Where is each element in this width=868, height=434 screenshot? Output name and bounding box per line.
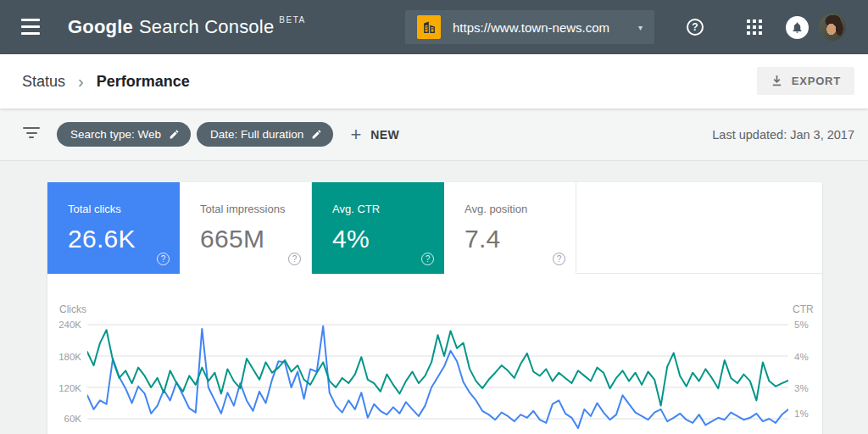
app-header: Google Search Console BETA https://www.t… bbox=[0, 0, 868, 54]
chip-label: Search type: Web bbox=[70, 128, 161, 141]
metric-help-icon[interactable]: ? bbox=[288, 253, 301, 265]
metric-label: Total clicks bbox=[68, 203, 180, 215]
plus-icon: + bbox=[350, 126, 361, 143]
metric-label: Total impressions bbox=[200, 203, 311, 215]
tile-avg-ctr[interactable]: Avg. CTR 4% ? bbox=[312, 182, 444, 274]
metric-value: 26.6K bbox=[68, 225, 180, 253]
metric-help-icon[interactable]: ? bbox=[157, 253, 170, 265]
dropdown-caret-icon: ▾ bbox=[638, 23, 643, 32]
metric-label: Avg. position bbox=[465, 203, 576, 215]
last-updated-text: Last updated: Jan 3, 2017 bbox=[712, 128, 854, 142]
chevron-right-icon: › bbox=[78, 72, 84, 92]
left-axis-tick: 60K bbox=[47, 414, 81, 424]
metric-tiles-row: Total clicks 26.6K ? Total impressions 6… bbox=[47, 182, 822, 274]
metric-label: Avg. CTR bbox=[332, 203, 444, 215]
property-selector[interactable]: https://www.town-news.com ▾ bbox=[405, 10, 654, 44]
metric-help-icon[interactable]: ? bbox=[421, 253, 434, 265]
right-axis-tick: 4% bbox=[794, 352, 821, 362]
bell-icon bbox=[786, 16, 809, 39]
metric-value: 4% bbox=[332, 225, 444, 253]
metric-help-icon[interactable]: ? bbox=[553, 253, 565, 265]
left-axis-title: Clicks bbox=[59, 303, 86, 315]
notifications-button[interactable] bbox=[785, 0, 809, 54]
export-label: EXPORT bbox=[792, 75, 841, 87]
right-axis-title: CTR bbox=[793, 303, 814, 315]
pencil-icon bbox=[311, 129, 322, 140]
tile-total-clicks[interactable]: Total clicks 26.6K ? bbox=[47, 182, 180, 274]
logo-google: Google bbox=[68, 16, 133, 38]
apps-grid-button[interactable] bbox=[744, 0, 765, 54]
breadcrumb-bar: Status › Performance EXPORT bbox=[0, 54, 868, 108]
menu-icon[interactable] bbox=[21, 19, 40, 35]
new-filter-button[interactable]: + NEW bbox=[350, 126, 399, 143]
apps-grid-icon bbox=[747, 19, 762, 35]
right-axis-tick: 1% bbox=[794, 409, 821, 419]
filter-chip-search-type[interactable]: Search type: Web bbox=[57, 122, 191, 147]
help-button[interactable]: ? bbox=[683, 0, 707, 54]
chip-label: Date: Full duration bbox=[210, 128, 303, 141]
metric-value: 665M bbox=[200, 225, 311, 253]
left-axis-tick: 120K bbox=[47, 383, 81, 393]
beta-badge: BETA bbox=[279, 15, 305, 25]
filter-list-icon[interactable] bbox=[23, 127, 40, 142]
property-site-icon bbox=[417, 15, 441, 39]
left-axis-tick: 180K bbox=[47, 352, 81, 362]
right-axis-tick: 3% bbox=[794, 383, 821, 393]
logo-product: Search Console bbox=[139, 16, 274, 38]
app-logo: Google Search Console BETA bbox=[68, 0, 306, 54]
property-url: https://www.town-news.com bbox=[453, 20, 609, 35]
left-axis-tick: 240K bbox=[47, 320, 81, 330]
export-button[interactable]: EXPORT bbox=[757, 67, 854, 95]
tile-total-impressions[interactable]: Total impressions 665M ? bbox=[180, 182, 312, 274]
line-series-total-clicks bbox=[87, 326, 788, 428]
new-label: NEW bbox=[370, 128, 399, 142]
clicks-ctr-line-chart bbox=[87, 320, 788, 434]
performance-card: Total clicks 26.6K ? Total impressions 6… bbox=[47, 182, 822, 434]
tile-avg-position[interactable]: Avg. position 7.4 ? bbox=[444, 182, 576, 274]
help-icon: ? bbox=[687, 19, 704, 36]
metric-value: 7.4 bbox=[465, 225, 576, 253]
download-icon bbox=[771, 75, 783, 87]
breadcrumb-status-link[interactable]: Status bbox=[22, 73, 65, 91]
line-series-avg-ctr bbox=[87, 330, 788, 405]
right-axis-tick: 5% bbox=[794, 320, 821, 330]
filter-chip-date[interactable]: Date: Full duration bbox=[197, 122, 333, 147]
pencil-icon bbox=[169, 129, 180, 140]
page-title: Performance bbox=[97, 73, 190, 91]
search-console-screen: Google Search Console BETA https://www.t… bbox=[0, 0, 868, 434]
user-avatar[interactable] bbox=[819, 14, 846, 41]
filter-bar: Search type: Web Date: Full duration + N… bbox=[0, 108, 868, 161]
